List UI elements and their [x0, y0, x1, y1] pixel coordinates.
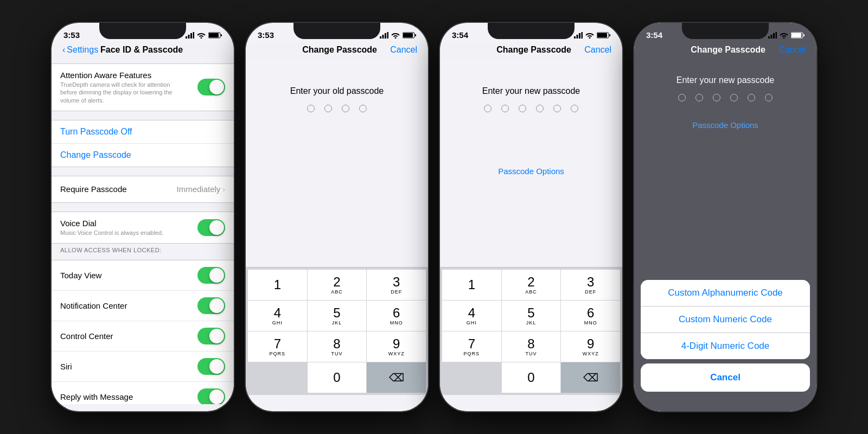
cancel-button-3[interactable]: Cancel: [584, 45, 611, 55]
svg-rect-5: [209, 33, 219, 37]
svg-rect-8: [382, 35, 384, 39]
key-2-1[interactable]: 1: [248, 270, 307, 300]
key-2-4[interactable]: 4GHI: [248, 301, 307, 331]
sheet-cancel-button[interactable]: Cancel: [641, 363, 810, 392]
passcode-options-link-4[interactable]: Passcode Options: [692, 120, 758, 130]
power-button-2[interactable]: [428, 99, 429, 131]
attention-group: Attention Aware Features TrueDepth camer…: [52, 63, 234, 111]
key-3-2[interactable]: 2ABC: [502, 270, 561, 300]
svg-rect-2: [190, 33, 192, 39]
key-3-5[interactable]: 5JKL: [502, 301, 561, 331]
notification-center-toggle[interactable]: [197, 297, 225, 314]
siri-row: Siri: [52, 352, 234, 382]
today-view-toggle[interactable]: [197, 267, 225, 284]
status-icons-1: [186, 32, 222, 39]
status-time-4: 3:54: [646, 30, 662, 40]
back-label-1[interactable]: Settings: [67, 45, 98, 55]
notification-center-label: Notification Center: [60, 301, 127, 310]
key-2-9[interactable]: 9WXYZ: [367, 331, 426, 362]
svg-rect-27: [803, 34, 805, 36]
key-2-2[interactable]: 2ABC: [308, 270, 367, 300]
dot-2-1: [307, 105, 315, 112]
key-3-6[interactable]: 6MNO: [561, 301, 620, 331]
key-3-0[interactable]: 0: [502, 362, 561, 393]
iphone-2: 3:53 Change Passcode Cancel Enter your o…: [245, 22, 429, 412]
control-center-row: Control Center: [52, 321, 234, 352]
wifi-icon-3: [585, 32, 594, 39]
page-title-4: Change Passcode: [691, 45, 765, 55]
key-3-3[interactable]: 3DEF: [561, 270, 620, 300]
nav-bar-1: ‹ Settings Face ID & Passcode: [52, 43, 234, 59]
status-time-3: 3:54: [452, 30, 468, 40]
passcode-prompt-3: Enter your new passcode: [482, 86, 580, 96]
key-3-1[interactable]: 1: [442, 270, 501, 300]
voice-dial-row: Voice Dial Music Voice Control is always…: [52, 212, 234, 243]
battery-icon: [208, 32, 222, 39]
key-3-8[interactable]: 8TUV: [502, 331, 561, 362]
iphone-3: 3:54 Change Passcode Cancel Enter your n…: [439, 22, 623, 412]
key-2-7[interactable]: 7PQRS: [248, 331, 307, 362]
key-2-blank: [248, 362, 307, 393]
key-3-blank: [442, 362, 501, 393]
turn-passcode-off-row[interactable]: Turn Passcode Off: [52, 120, 234, 144]
dot-4-1: [678, 94, 686, 101]
options-sheet: Custom Alphanumeric Code Custom Numeric …: [641, 280, 810, 359]
reply-message-label: Reply with Message: [60, 392, 133, 401]
turn-passcode-off-label[interactable]: Turn Passcode Off: [60, 127, 132, 136]
control-center-toggle[interactable]: [197, 328, 225, 344]
key-2-0[interactable]: 0: [308, 362, 367, 393]
key-2-8[interactable]: 8TUV: [308, 331, 367, 362]
change-passcode-row[interactable]: Change Passcode: [52, 144, 234, 167]
change-passcode-label[interactable]: Change Passcode: [60, 150, 131, 159]
dot-3-4: [536, 105, 544, 112]
wifi-icon-2: [391, 32, 400, 39]
battery-icon-3: [597, 32, 610, 39]
battery-icon-4: [791, 32, 805, 39]
status-bar-4: 3:54: [634, 23, 816, 43]
back-button-1[interactable]: ‹ Settings: [62, 45, 98, 55]
svg-rect-19: [597, 33, 607, 37]
passcode-prompt-2: Enter your old passcode: [290, 86, 384, 96]
require-passcode-group: Require Passcode Immediately ›: [52, 176, 234, 203]
key-2-del[interactable]: ⌫: [367, 362, 426, 393]
passcode-options-link-3[interactable]: Passcode Options: [498, 167, 564, 176]
key-3-del[interactable]: ⌫: [561, 362, 620, 393]
numpad-2: 1 2ABC 3DEF 4GHI 5JKL 6MNO 7PQRS 8TUV 9W…: [246, 267, 428, 395]
nav-bar-4: Change Passcode Cancel: [634, 43, 816, 59]
dot-3-3: [519, 105, 526, 112]
power-button[interactable]: [234, 99, 235, 131]
cancel-button-4[interactable]: Cancel: [778, 45, 806, 55]
custom-alphanumeric-option[interactable]: Custom Alphanumeric Code: [641, 280, 810, 307]
attention-row: Attention Aware Features TrueDepth camer…: [52, 64, 234, 111]
key-2-5[interactable]: 5JKL: [308, 301, 367, 331]
svg-rect-6: [221, 34, 222, 36]
signal-icon-3: [574, 32, 583, 39]
dot-3-2: [501, 105, 509, 112]
reply-message-toggle[interactable]: [197, 388, 225, 404]
back-chevron-icon: ‹: [62, 45, 65, 55]
page-title-1: Face ID & Passcode: [100, 45, 183, 55]
key-3-4[interactable]: 4GHI: [442, 301, 501, 331]
siri-toggle[interactable]: [197, 358, 225, 375]
nav-bar-2: Change Passcode Cancel: [246, 43, 428, 59]
status-bar-2: 3:53: [246, 23, 428, 43]
cancel-button-2[interactable]: Cancel: [390, 45, 417, 55]
power-button-3[interactable]: [622, 99, 623, 131]
require-passcode-row[interactable]: Require Passcode Immediately ›: [52, 176, 234, 202]
key-3-7[interactable]: 7PQRS: [442, 331, 501, 362]
custom-numeric-option[interactable]: Custom Numeric Code: [641, 307, 810, 333]
svg-rect-26: [792, 33, 801, 37]
power-button-4[interactable]: [816, 99, 818, 131]
voice-dial-toggle[interactable]: [197, 219, 225, 236]
attention-toggle[interactable]: [197, 79, 225, 95]
iphone-4: 3:54 Change Passcode Cancel Enter your n…: [633, 22, 818, 412]
key-3-9[interactable]: 9WXYZ: [561, 331, 620, 362]
key-2-6[interactable]: 6MNO: [367, 301, 426, 331]
svg-rect-14: [574, 36, 576, 39]
four-digit-option[interactable]: 4-Digit Numeric Code: [641, 333, 810, 359]
status-time-1: 3:53: [63, 30, 80, 40]
key-2-3[interactable]: 3DEF: [367, 270, 426, 300]
access-section-header: ALLOW ACCESS WHEN LOCKED:: [52, 244, 234, 256]
attention-sublabel: TrueDepth camera will check for attentio…: [60, 81, 185, 104]
require-passcode-value: Immediately ›: [176, 184, 225, 194]
